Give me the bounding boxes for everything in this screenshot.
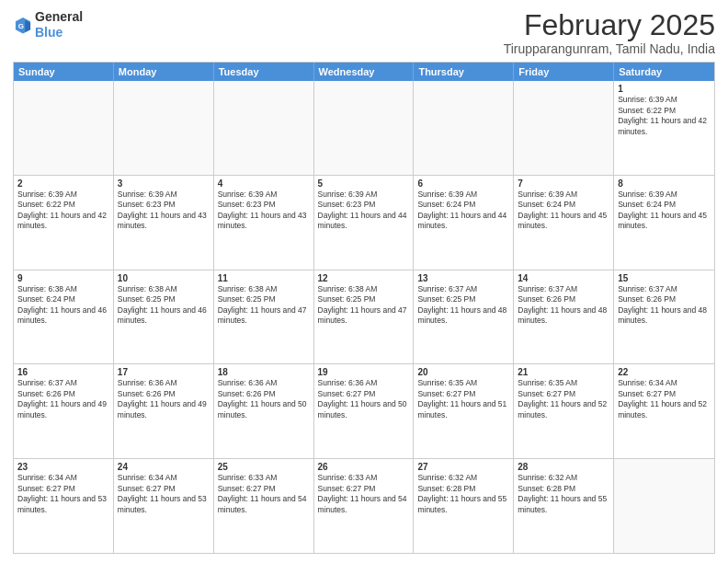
day-number: 24 [118,462,210,472]
cal-header-thursday: Thursday [414,63,514,81]
calendar-cell: 25Sunrise: 6:33 AMSunset: 6:27 PMDayligh… [214,459,314,553]
calendar-week-3: 9Sunrise: 6:38 AMSunset: 6:24 PMDaylight… [14,270,714,365]
calendar-body: 1Sunrise: 6:39 AMSunset: 6:22 PMDaylight… [14,81,714,553]
calendar-cell: 23Sunrise: 6:34 AMSunset: 6:27 PMDayligh… [14,459,114,553]
day-info: Sunrise: 6:34 AMSunset: 6:27 PMDaylight:… [17,473,109,515]
calendar-cell: 16Sunrise: 6:37 AMSunset: 6:26 PMDayligh… [14,364,114,458]
day-info: Sunrise: 6:33 AMSunset: 6:27 PMDaylight:… [318,473,410,515]
calendar-cell: 20Sunrise: 6:35 AMSunset: 6:27 PMDayligh… [414,364,514,458]
calendar: SundayMondayTuesdayWednesdayThursdayFrid… [13,62,715,554]
calendar-cell [614,459,714,553]
day-info: Sunrise: 6:36 AMSunset: 6:27 PMDaylight:… [318,378,410,420]
calendar-cell: 12Sunrise: 6:38 AMSunset: 6:25 PMDayligh… [314,270,415,364]
day-info: Sunrise: 6:38 AMSunset: 6:25 PMDaylight:… [118,284,210,327]
calendar-cell: 5Sunrise: 6:39 AMSunset: 6:23 PMDaylight… [314,176,415,270]
calendar-cell: 19Sunrise: 6:36 AMSunset: 6:27 PMDayligh… [314,364,415,458]
calendar-cell: 1Sunrise: 6:39 AMSunset: 6:22 PMDaylight… [614,81,714,175]
day-number: 12 [318,273,410,283]
day-info: Sunrise: 6:37 AMSunset: 6:26 PMDaylight:… [17,378,109,420]
calendar-cell: 26Sunrise: 6:33 AMSunset: 6:27 PMDayligh… [314,459,415,553]
day-number: 8 [618,178,711,189]
calendar-week-2: 2Sunrise: 6:39 AMSunset: 6:22 PMDaylight… [14,176,714,270]
day-info: Sunrise: 6:39 AMSunset: 6:22 PMDaylight:… [17,190,109,232]
subtitle: Tirupparangunram, Tamil Nadu, India [504,41,715,56]
day-number: 14 [518,273,609,283]
day-info: Sunrise: 6:39 AMSunset: 6:23 PMDaylight:… [218,190,310,232]
calendar-cell: 3Sunrise: 6:39 AMSunset: 6:23 PMDaylight… [114,176,214,270]
day-info: Sunrise: 6:38 AMSunset: 6:24 PMDaylight:… [17,284,109,327]
calendar-cell: 24Sunrise: 6:34 AMSunset: 6:27 PMDayligh… [114,459,214,553]
day-info: Sunrise: 6:39 AMSunset: 6:24 PMDaylight:… [618,190,711,232]
calendar-cell: 9Sunrise: 6:38 AMSunset: 6:24 PMDaylight… [14,270,114,364]
day-number: 21 [518,367,609,377]
cal-header-tuesday: Tuesday [214,63,314,81]
main-title: February 2025 [504,9,715,41]
cal-header-saturday: Saturday [614,63,714,81]
day-info: Sunrise: 6:36 AMSunset: 6:26 PMDaylight:… [118,378,210,420]
header: G General Blue February 2025 Tirupparang… [13,9,715,56]
calendar-cell: 18Sunrise: 6:36 AMSunset: 6:26 PMDayligh… [214,364,314,458]
calendar-cell [114,81,214,175]
calendar-cell: 11Sunrise: 6:38 AMSunset: 6:25 PMDayligh… [214,270,314,364]
calendar-cell [414,81,514,175]
calendar-week-1: 1Sunrise: 6:39 AMSunset: 6:22 PMDaylight… [14,81,714,176]
calendar-week-5: 23Sunrise: 6:34 AMSunset: 6:27 PMDayligh… [14,459,714,553]
day-number: 11 [218,273,310,283]
day-info: Sunrise: 6:32 AMSunset: 6:28 PMDaylight:… [518,473,609,515]
day-number: 2 [17,178,109,189]
calendar-cell: 13Sunrise: 6:37 AMSunset: 6:25 PMDayligh… [414,270,514,364]
title-section: February 2025 Tirupparangunram, Tamil Na… [504,9,715,56]
day-number: 13 [417,273,509,283]
day-info: Sunrise: 6:32 AMSunset: 6:28 PMDaylight:… [417,473,509,515]
calendar-cell: 14Sunrise: 6:37 AMSunset: 6:26 PMDayligh… [514,270,614,364]
day-info: Sunrise: 6:39 AMSunset: 6:23 PMDaylight:… [318,190,410,232]
day-info: Sunrise: 6:35 AMSunset: 6:27 PMDaylight:… [417,378,509,420]
calendar-cell: 22Sunrise: 6:34 AMSunset: 6:27 PMDayligh… [614,364,714,458]
logo-general-text: General [35,9,83,25]
day-info: Sunrise: 6:37 AMSunset: 6:25 PMDaylight:… [417,284,509,327]
day-info: Sunrise: 6:39 AMSunset: 6:24 PMDaylight:… [417,190,509,232]
svg-text:G: G [18,21,24,29]
cal-header-friday: Friday [514,63,614,81]
calendar-cell: 17Sunrise: 6:36 AMSunset: 6:26 PMDayligh… [114,364,214,458]
day-number: 9 [17,273,109,283]
day-number: 6 [417,178,509,189]
calendar-cell: 15Sunrise: 6:37 AMSunset: 6:26 PMDayligh… [614,270,714,364]
day-number: 15 [618,273,711,283]
day-number: 19 [318,367,410,377]
day-info: Sunrise: 6:34 AMSunset: 6:27 PMDaylight:… [118,473,210,515]
calendar-cell [14,81,114,175]
day-info: Sunrise: 6:33 AMSunset: 6:27 PMDaylight:… [218,473,310,515]
day-number: 23 [17,462,109,472]
calendar-cell: 4Sunrise: 6:39 AMSunset: 6:23 PMDaylight… [214,176,314,270]
calendar-header-row: SundayMondayTuesdayWednesdayThursdayFrid… [14,63,714,81]
day-number: 25 [218,462,310,472]
day-number: 28 [518,462,609,472]
day-info: Sunrise: 6:39 AMSunset: 6:23 PMDaylight:… [118,190,210,232]
day-info: Sunrise: 6:37 AMSunset: 6:26 PMDaylight:… [618,284,711,327]
day-number: 7 [518,178,609,189]
logo-blue-text: Blue [35,25,83,40]
calendar-cell [214,81,314,175]
day-info: Sunrise: 6:38 AMSunset: 6:25 PMDaylight:… [318,284,410,327]
day-number: 26 [318,462,410,472]
day-number: 18 [218,367,310,377]
cal-header-sunday: Sunday [14,63,114,81]
page: G General Blue February 2025 Tirupparang… [0,0,728,563]
day-info: Sunrise: 6:38 AMSunset: 6:25 PMDaylight:… [218,284,310,327]
day-info: Sunrise: 6:39 AMSunset: 6:24 PMDaylight:… [518,190,609,232]
calendar-cell [314,81,415,175]
cal-header-monday: Monday [114,63,214,81]
logo-text: General Blue [35,9,83,40]
day-number: 17 [118,367,210,377]
calendar-cell: 8Sunrise: 6:39 AMSunset: 6:24 PMDaylight… [614,176,714,270]
calendar-cell: 7Sunrise: 6:39 AMSunset: 6:24 PMDaylight… [514,176,614,270]
calendar-cell [514,81,614,175]
day-number: 5 [318,178,410,189]
day-number: 3 [118,178,210,189]
day-number: 4 [218,178,310,189]
calendar-cell: 10Sunrise: 6:38 AMSunset: 6:25 PMDayligh… [114,270,214,364]
day-number: 22 [618,367,711,377]
day-info: Sunrise: 6:39 AMSunset: 6:22 PMDaylight:… [618,95,711,137]
calendar-cell: 21Sunrise: 6:35 AMSunset: 6:27 PMDayligh… [514,364,614,458]
